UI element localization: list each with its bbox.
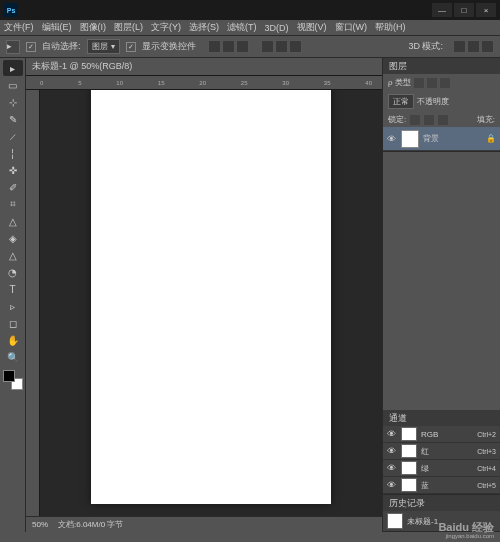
- channels-panel: 通道 👁 RGB Ctrl+2 👁 红 Ctrl+3 👁 绿 Ctrl+4 👁: [383, 410, 500, 495]
- dist-icon[interactable]: [289, 40, 302, 53]
- channel-row[interactable]: 👁 RGB Ctrl+2: [383, 426, 500, 443]
- chevron-down-icon: ▾: [111, 42, 115, 51]
- menu-help[interactable]: 帮助(H): [375, 21, 406, 34]
- layers-panel: 图层 ρ 类型 正常 不透明度 锁定: 填充: 👁 背景: [383, 58, 500, 152]
- dist-icon[interactable]: [261, 40, 274, 53]
- options-bar: ▸ ✓ 自动选择: 图层▾ ✓ 显示变换控件 3D 模式:: [0, 36, 500, 58]
- lock-pixels-icon[interactable]: [410, 115, 420, 125]
- heal-tool[interactable]: ✜: [3, 162, 23, 178]
- dist-icon[interactable]: [275, 40, 288, 53]
- menu-image[interactable]: 图像(I): [80, 21, 107, 34]
- maximize-button[interactable]: □: [454, 3, 474, 17]
- blend-mode-dropdown[interactable]: 正常: [388, 94, 414, 109]
- brush-tool[interactable]: ✐: [3, 179, 23, 195]
- layer-kind-label: ρ 类型: [388, 77, 411, 88]
- canvas-viewport[interactable]: [40, 90, 382, 516]
- history-brush-tool[interactable]: △: [3, 213, 23, 229]
- lasso-tool[interactable]: ⊹: [3, 94, 23, 110]
- channel-shortcut: Ctrl+4: [477, 465, 496, 472]
- channel-row[interactable]: 👁 绿 Ctrl+4: [383, 460, 500, 477]
- canvas[interactable]: [91, 90, 331, 504]
- align-icon[interactable]: [236, 40, 249, 53]
- zoom-tool[interactable]: 🔍: [3, 349, 23, 365]
- crop-tool[interactable]: ⟋: [3, 128, 23, 144]
- history-thumb: [387, 513, 403, 529]
- gradient-tool[interactable]: △: [3, 247, 23, 263]
- marquee-tool[interactable]: ▭: [3, 77, 23, 93]
- auto-select-checkbox[interactable]: ✓: [26, 42, 36, 52]
- 3d-icon[interactable]: [467, 40, 480, 53]
- channel-shortcut: Ctrl+2: [477, 431, 496, 438]
- minimize-button[interactable]: —: [432, 3, 452, 17]
- layers-tab[interactable]: 图层: [383, 58, 500, 74]
- app-icon: Ps: [4, 3, 18, 17]
- move-tool[interactable]: ▸: [3, 60, 23, 76]
- menu-window[interactable]: 窗口(W): [335, 21, 368, 34]
- shape-tool[interactable]: ◻: [3, 315, 23, 331]
- move-tool-preset-icon[interactable]: ▸: [6, 40, 20, 54]
- visibility-icon[interactable]: 👁: [387, 480, 397, 490]
- channel-shortcut: Ctrl+5: [477, 482, 496, 489]
- layer-thumbnail[interactable]: [401, 130, 419, 148]
- visibility-icon[interactable]: 👁: [387, 134, 397, 144]
- filter-icon[interactable]: [427, 78, 437, 88]
- zoom-level[interactable]: 50%: [32, 520, 48, 529]
- channel-name: 红: [421, 446, 429, 457]
- channel-thumb: [401, 478, 417, 492]
- channel-row[interactable]: 👁 蓝 Ctrl+5: [383, 477, 500, 494]
- toolbar: ▸ ▭ ⊹ ✎ ⟋ ¦ ✜ ✐ ⌗ △ ◈ △ ◔ T ▹ ◻ ✋ 🔍: [0, 58, 26, 532]
- wand-tool[interactable]: ✎: [3, 111, 23, 127]
- lock-position-icon[interactable]: [424, 115, 434, 125]
- menu-select[interactable]: 选择(S): [189, 21, 219, 34]
- blur-tool[interactable]: ◔: [3, 264, 23, 280]
- channel-row[interactable]: 👁 红 Ctrl+3: [383, 443, 500, 460]
- path-tool[interactable]: ▹: [3, 298, 23, 314]
- status-bar: 50% 文档:6.04M/0 字节: [26, 516, 382, 532]
- 3d-icon[interactable]: [453, 40, 466, 53]
- align-icon[interactable]: [208, 40, 221, 53]
- distribute-icons: [261, 40, 302, 53]
- transform-checkbox[interactable]: ✓: [126, 42, 136, 52]
- menubar: 文件(F) 编辑(E) 图像(I) 图层(L) 文字(Y) 选择(S) 滤镜(T…: [0, 20, 500, 36]
- watermark: Baidu 经验 jingyan.baidu.com: [438, 521, 494, 540]
- channel-thumb: [401, 427, 417, 441]
- hand-tool[interactable]: ✋: [3, 332, 23, 348]
- auto-select-dropdown[interactable]: 图层▾: [87, 39, 120, 54]
- align-icon[interactable]: [222, 40, 235, 53]
- panels-dock: 图层 ρ 类型 正常 不透明度 锁定: 填充: 👁 背景: [382, 58, 500, 532]
- menu-layer[interactable]: 图层(L): [114, 21, 143, 34]
- color-swatches[interactable]: [3, 370, 23, 390]
- menu-view[interactable]: 视图(V): [297, 21, 327, 34]
- filter-icon[interactable]: [414, 78, 424, 88]
- ruler-vertical: [26, 90, 40, 516]
- 3d-icon[interactable]: [481, 40, 494, 53]
- channels-tab[interactable]: 通道: [383, 410, 500, 426]
- menu-file[interactable]: 文件(F): [4, 21, 34, 34]
- channel-name: RGB: [421, 430, 438, 439]
- filter-icon[interactable]: [440, 78, 450, 88]
- visibility-icon[interactable]: 👁: [387, 463, 397, 473]
- menu-edit[interactable]: 编辑(E): [42, 21, 72, 34]
- history-name: 未标题-1: [407, 516, 438, 527]
- mode-3d-label: 3D 模式:: [408, 40, 443, 53]
- eyedropper-tool[interactable]: ¦: [3, 145, 23, 161]
- type-tool[interactable]: T: [3, 281, 23, 297]
- history-tab[interactable]: 历史记录: [383, 495, 500, 511]
- fill-label: 填充:: [477, 114, 495, 125]
- channel-shortcut: Ctrl+3: [477, 448, 496, 455]
- menu-filter[interactable]: 滤镜(T): [227, 21, 257, 34]
- foreground-color[interactable]: [3, 370, 15, 382]
- stamp-tool[interactable]: ⌗: [3, 196, 23, 212]
- menu-type[interactable]: 文字(Y): [151, 21, 181, 34]
- menu-3d[interactable]: 3D(D): [265, 23, 289, 33]
- layer-name[interactable]: 背景: [423, 133, 439, 144]
- visibility-icon[interactable]: 👁: [387, 429, 397, 439]
- eraser-tool[interactable]: ◈: [3, 230, 23, 246]
- close-button[interactable]: ×: [476, 3, 496, 17]
- layer-row[interactable]: 👁 背景 🔒: [383, 127, 500, 151]
- lock-all-icon[interactable]: [438, 115, 448, 125]
- doc-info: 文档:6.04M/0 字节: [58, 519, 123, 530]
- channel-thumb: [401, 444, 417, 458]
- document-tab[interactable]: 未标题-1 @ 50%(RGB/8): [26, 58, 382, 76]
- visibility-icon[interactable]: 👁: [387, 446, 397, 456]
